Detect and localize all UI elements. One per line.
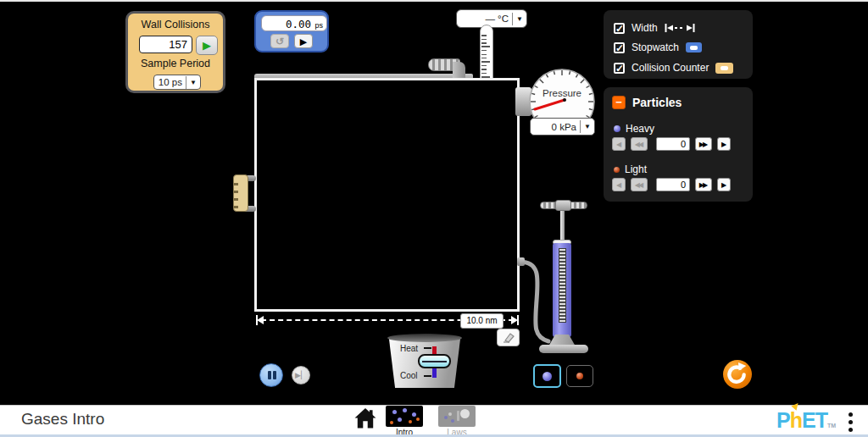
pause-icon — [268, 371, 271, 379]
light-particle-icon — [576, 373, 583, 379]
particles-title: Particles — [632, 96, 682, 109]
bucket-rim — [387, 334, 462, 342]
light-bullet-icon — [614, 167, 620, 173]
collapse-panel-button[interactable]: − — [612, 96, 626, 109]
stopwatch-unit: ps — [314, 21, 323, 30]
heat-cool-bucket: Heat Cool — [386, 334, 464, 388]
collision-counter-icon — [715, 63, 733, 74]
pressure-unit-dropdown[interactable]: 0 kPa ▼ — [530, 118, 595, 136]
intro-tab-thumbnail — [386, 406, 423, 427]
heavy-particle-selector[interactable] — [533, 364, 561, 388]
pause-button[interactable] — [259, 363, 283, 387]
light-spinner: ◀ ◀◀ 0 ▶▶ ▶ — [612, 178, 731, 191]
width-checkbox[interactable]: ✓ — [614, 23, 625, 34]
collision-counter-checkbox-row[interactable]: ✓ Collision Counter — [614, 61, 733, 75]
light-add-button[interactable]: ▶ — [717, 178, 731, 191]
pressure-value: 0 kPa — [531, 122, 580, 132]
heavy-add-button[interactable]: ▶ — [717, 137, 731, 151]
stopwatch-play-button[interactable]: ▶ — [294, 34, 313, 48]
stopwatch-checkbox-row[interactable]: ✓ Stopwatch — [614, 41, 702, 54]
stopwatch-time: 0.00 — [286, 18, 311, 30]
eraser-icon — [502, 333, 515, 343]
light-row: Light — [614, 163, 647, 175]
light-back-fast-button[interactable]: ◀◀ — [631, 178, 648, 191]
erase-particles-button[interactable] — [497, 329, 520, 346]
sample-period-label: Sample Period — [128, 58, 223, 69]
heavy-count-field[interactable]: 0 — [656, 137, 690, 151]
collision-counter-play-button[interactable]: ▶ — [196, 36, 218, 55]
heavy-row: Heavy — [614, 123, 654, 135]
sample-period-value: 10 ps — [154, 77, 186, 87]
chevron-down-icon[interactable]: ▼ — [512, 13, 526, 25]
width-arrows-icon — [665, 24, 695, 32]
heavy-spinner: ◀ ◀◀ 0 ▶▶ ▶ — [612, 137, 731, 151]
light-back-button[interactable]: ◀ — [612, 178, 626, 191]
temperature-unit-dropdown[interactable]: — °C ▼ — [456, 9, 527, 28]
gases-intro-simulation: Wall Collisions 157 ▶ Sample Period 10 p… — [0, 0, 868, 437]
wall-collisions-count: 157 — [139, 36, 192, 53]
particles-panel: − Particles Heavy ◀ ◀◀ 0 ▶▶ ▶ Light ◀ ◀◀… — [604, 87, 753, 202]
container-resize-handle[interactable] — [233, 174, 248, 212]
heavy-bullet-icon — [614, 125, 620, 132]
home-button[interactable] — [354, 408, 376, 429]
stopwatch-label: Stopwatch — [632, 41, 679, 53]
wall-collisions-panel[interactable]: Wall Collisions 157 ▶ Sample Period 10 p… — [125, 11, 225, 93]
light-label: Light — [625, 163, 647, 175]
width-label: Width — [632, 22, 658, 34]
arrow-left-icon — [257, 316, 264, 324]
heavy-label: Heavy — [626, 123, 654, 135]
width-readout: 10.0 nm — [460, 313, 504, 329]
lid-nozzle-elbow — [453, 62, 465, 78]
navbar — [0, 405, 868, 437]
temperature-value: — °C — [457, 14, 512, 24]
heavy-back-button[interactable]: ◀ — [612, 137, 626, 151]
light-count-field[interactable]: 0 — [656, 178, 690, 191]
pump-handle-hub[interactable] — [555, 200, 571, 211]
width-checkbox-row[interactable]: ✓ Width — [614, 21, 695, 35]
reset-all-button[interactable] — [723, 360, 752, 389]
stopwatch-icon — [686, 42, 702, 53]
heavy-particle-icon — [542, 372, 552, 381]
stopwatch-checkbox[interactable]: ✓ — [614, 42, 625, 53]
stopwatch-display: 0.00 ps — [261, 15, 327, 31]
stopwatch-tool[interactable]: 0.00 ps ↺ ▶ — [254, 10, 329, 53]
cool-label: Cool — [400, 371, 418, 380]
gas-container — [254, 78, 520, 312]
window-top-edge — [0, 0, 868, 2]
stopwatch-reset-button[interactable]: ↺ — [270, 34, 289, 48]
tab-intro[interactable]: Intro — [386, 406, 423, 437]
heat-cool-slider-handle[interactable] — [418, 354, 451, 368]
pressure-gauge-label: Pressure — [542, 88, 581, 98]
light-particle-selector[interactable] — [566, 365, 593, 387]
tab-laws[interactable]: Laws — [438, 406, 476, 437]
sample-period-dropdown[interactable]: 10 ps ▼ — [153, 75, 201, 90]
heavy-back-fast-button[interactable]: ◀◀ — [631, 137, 648, 151]
pump-hose — [513, 254, 564, 351]
heat-label: Heat — [400, 344, 418, 353]
hose-connector — [517, 257, 525, 266]
tools-panel: ✓ Width ✓ Stopwatch ✓ Collision Counter — [604, 10, 753, 79]
pump-shaft — [560, 210, 565, 242]
sim-title: Gases Intro — [21, 410, 104, 429]
light-add-fast-button[interactable]: ▶▶ — [695, 178, 712, 191]
chevron-down-icon[interactable]: ▼ — [580, 120, 594, 133]
step-forward-button[interactable]: ▶▏ — [292, 366, 310, 384]
collision-counter-label: Collision Counter — [632, 62, 709, 74]
chevron-down-icon[interactable]: ▼ — [186, 76, 200, 89]
reset-icon — [723, 360, 750, 387]
collision-counter-checkbox[interactable]: ✓ — [614, 63, 625, 74]
phet-logo[interactable]: PhETTM — [776, 407, 836, 437]
wall-collisions-title: Wall Collisions — [128, 19, 223, 30]
menu-kebab-button[interactable] — [846, 409, 854, 435]
heavy-add-fast-button[interactable]: ▶▶ — [695, 137, 712, 151]
laws-tab-thumbnail — [438, 406, 476, 427]
